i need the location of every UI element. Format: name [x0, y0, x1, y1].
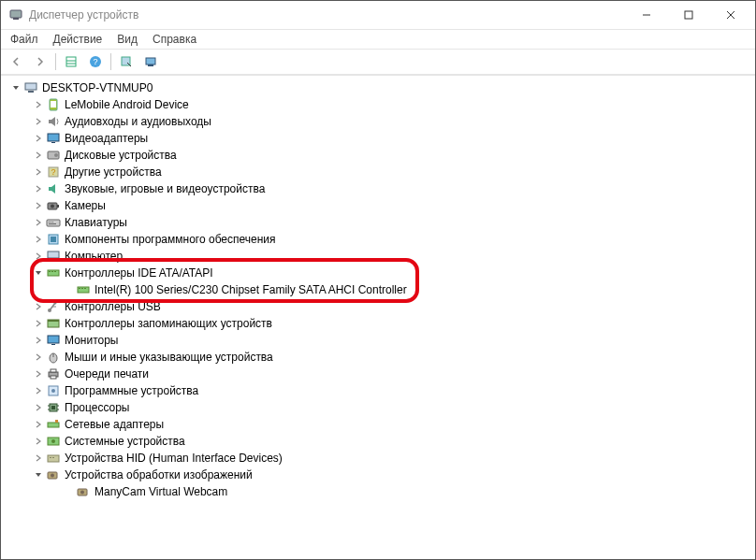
- chevron-right-icon[interactable]: [33, 99, 44, 110]
- camera-icon: [46, 198, 61, 213]
- back-button[interactable]: [5, 51, 27, 72]
- tree-category[interactable]: Мониторы: [5, 332, 755, 349]
- svg-rect-17: [51, 101, 56, 108]
- chevron-right-icon[interactable]: [33, 402, 44, 413]
- tree-category[interactable]: Устройства HID (Human Interface Devices): [5, 450, 755, 467]
- svg-rect-6: [66, 57, 76, 66]
- svg-point-73: [80, 491, 84, 495]
- tree-category[interactable]: Камеры: [5, 197, 755, 214]
- tree-category[interactable]: Программные устройства: [5, 382, 755, 399]
- category-label: Очереди печати: [65, 367, 149, 381]
- chevron-right-icon[interactable]: [33, 234, 44, 245]
- swdev-icon: [46, 383, 61, 398]
- chevron-right-icon[interactable]: [33, 116, 44, 127]
- close-button[interactable]: [709, 1, 751, 29]
- chevron-right-icon[interactable]: [33, 335, 44, 346]
- tree-category[interactable]: Компьютер: [5, 248, 755, 265]
- chevron-right-icon[interactable]: [33, 166, 44, 178]
- tree-category[interactable]: Видеоадаптеры: [5, 130, 755, 147]
- tree-category[interactable]: Устройства обработки изображений: [5, 467, 755, 483]
- help-button[interactable]: ?: [84, 51, 107, 72]
- chevron-down-icon[interactable]: [33, 267, 44, 279]
- tree-category[interactable]: LeMobile Android Device: [5, 96, 755, 113]
- maximize-button[interactable]: [667, 1, 709, 29]
- svg-rect-37: [49, 271, 51, 272]
- tree-category[interactable]: Мыши и иные указывающие устройства: [5, 349, 755, 366]
- tree-category[interactable]: Дисковые устройства: [5, 147, 755, 164]
- chevron-right-icon[interactable]: [33, 419, 44, 430]
- menu-view[interactable]: Вид: [109, 31, 145, 48]
- svg-rect-67: [48, 455, 59, 462]
- chevron-right-icon[interactable]: [33, 251, 44, 262]
- tree-category[interactable]: Контроллеры запоминающих устройств: [5, 315, 755, 332]
- category-label: Другие устройства: [65, 165, 162, 179]
- svg-rect-19: [51, 142, 55, 143]
- chevron-right-icon[interactable]: [33, 217, 44, 228]
- tree-category[interactable]: Очереди печати: [5, 366, 755, 382]
- svg-rect-58: [51, 406, 55, 409]
- tree-root[interactable]: DESKTOP-VTNMUP0: [5, 79, 755, 96]
- chevron-right-icon[interactable]: [33, 368, 44, 380]
- chevron-right-icon[interactable]: [33, 318, 44, 329]
- scan-button[interactable]: [115, 51, 138, 72]
- category-label: Аудиовходы и аудиовыходы: [65, 115, 211, 128]
- menu-action[interactable]: Действие: [46, 31, 110, 48]
- chevron-right-icon[interactable]: [33, 301, 44, 312]
- hardware-button[interactable]: [139, 51, 162, 72]
- svg-point-66: [51, 439, 55, 443]
- display-icon: [46, 131, 61, 146]
- forward-button[interactable]: [29, 51, 51, 72]
- chevron-right-icon[interactable]: [33, 150, 44, 161]
- svg-text:?: ?: [93, 57, 97, 66]
- storage-icon: [46, 316, 61, 331]
- tree-category[interactable]: Контроллеры USB: [5, 298, 755, 315]
- svg-rect-47: [48, 320, 59, 322]
- chevron-right-icon[interactable]: [33, 183, 44, 194]
- svg-rect-39: [54, 271, 56, 272]
- category-label: Сетевые адаптеры: [65, 418, 164, 431]
- tree-category[interactable]: Сетевые адаптеры: [5, 416, 755, 433]
- minimize-button[interactable]: [625, 1, 667, 29]
- chevron-right-icon[interactable]: [33, 133, 44, 144]
- chevron-right-icon[interactable]: [33, 385, 44, 396]
- tree-category[interactable]: Клавиатуры: [5, 214, 755, 231]
- sw-icon: [46, 232, 61, 247]
- tree-category[interactable]: Контроллеры IDE ATA/ATAPI: [5, 265, 755, 281]
- app-icon: [8, 7, 23, 22]
- menu-file[interactable]: Файл: [3, 31, 46, 48]
- svg-rect-63: [48, 423, 59, 427]
- tree-device[interactable]: ManyCam Virtual Webcam: [5, 483, 755, 500]
- titlebar: Диспетчер устройств: [1, 1, 755, 29]
- chevron-down-icon[interactable]: [10, 82, 22, 93]
- audio-icon: [46, 114, 61, 129]
- svg-rect-41: [79, 288, 80, 289]
- chevron-right-icon[interactable]: [33, 436, 44, 447]
- tree-category[interactable]: Аудиовходы и аудиовыходы: [5, 113, 755, 130]
- svg-rect-38: [51, 271, 53, 272]
- imaging-icon: [46, 467, 61, 482]
- tree-category[interactable]: Системные устройства: [5, 433, 755, 450]
- tree-category[interactable]: Компоненты программного обеспечения: [5, 231, 755, 248]
- category-label: LeMobile Android Device: [65, 98, 189, 111]
- chevron-down-icon[interactable]: [33, 469, 44, 481]
- chevron-right-icon[interactable]: [33, 452, 44, 464]
- category-label: Компоненты программного обеспечения: [65, 233, 276, 246]
- category-label: Клавиатуры: [65, 216, 127, 229]
- menu-help[interactable]: Справка: [145, 31, 204, 48]
- device-tree[interactable]: DESKTOP-VTNMUP0LeMobile Android DeviceАу…: [1, 75, 755, 557]
- chevron-right-icon[interactable]: [33, 200, 44, 211]
- keyboard-icon: [46, 215, 61, 230]
- tree-device[interactable]: Intel(R) 100 Series/C230 Chipset Family …: [5, 281, 755, 298]
- tree-category[interactable]: ?Другие устройства: [5, 164, 755, 180]
- category-label: Видеоадаптеры: [65, 132, 148, 145]
- chevron-right-icon[interactable]: [33, 352, 44, 363]
- svg-rect-3: [685, 11, 692, 19]
- tree-category[interactable]: Звуковые, игровые и видеоустройства: [5, 180, 755, 197]
- disk-icon: [46, 148, 61, 163]
- tree-category[interactable]: Процессоры: [5, 399, 755, 416]
- category-label: Контроллеры USB: [65, 300, 161, 313]
- svg-point-21: [54, 153, 58, 157]
- details-button[interactable]: [60, 51, 82, 72]
- computer-icon: [23, 80, 38, 95]
- android-icon: [46, 97, 61, 112]
